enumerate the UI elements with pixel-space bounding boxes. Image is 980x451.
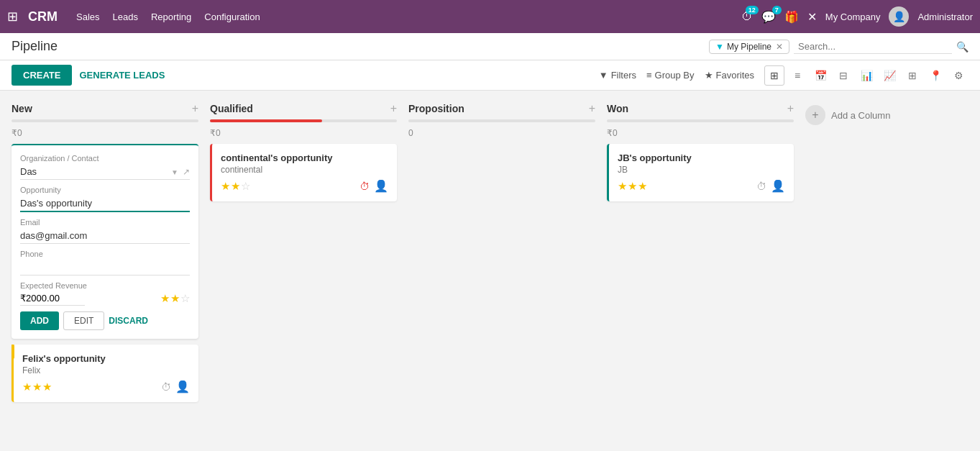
search-input[interactable]: [794, 40, 952, 54]
fold-indicator: [12, 345, 14, 359]
felix-avatar-icon[interactable]: 👤: [175, 380, 190, 393]
jb-avatar-icon[interactable]: 👤: [771, 179, 785, 193]
stars-selector[interactable]: ★ ★ ☆: [160, 292, 190, 305]
groupby-button[interactable]: ≡ Group By: [646, 70, 695, 81]
quick-create-form: Organization / Contact ▼ ↗ Opportunity E…: [12, 144, 198, 339]
close-icon[interactable]: ✕: [807, 10, 817, 24]
menu-sales[interactable]: Sales: [76, 12, 100, 22]
external-link-icon[interactable]: ↗: [183, 167, 190, 177]
column-won: Won + ₹0 JB's opportunity JB ★ ★ ★ ⏱ 👤: [607, 102, 794, 431]
col-add-won[interactable]: +: [787, 102, 794, 115]
email-input[interactable]: [20, 228, 190, 244]
col-add-proposition[interactable]: +: [589, 102, 595, 115]
company-name: My Company: [825, 12, 881, 22]
col-amount-proposition: 0: [408, 128, 595, 138]
bar-chart-icon[interactable]: 📊: [856, 65, 876, 86]
col-progress-proposition: [408, 119, 595, 122]
grid-view-icon[interactable]: ⊟: [833, 65, 853, 86]
star-3[interactable]: ☆: [180, 292, 190, 305]
create-button[interactable]: CREATE: [12, 65, 72, 86]
favorites-button[interactable]: ★ Favorites: [705, 70, 754, 81]
search-area: ▼ My Pipeline ✕ 🔍: [709, 40, 968, 54]
view-switcher: ⊞ ≡ 📅 ⊟ 📊 📈 ⊞ 📍 ⚙: [764, 65, 968, 86]
col-title-proposition: Proposition: [408, 103, 464, 114]
pivot-icon[interactable]: ⊞: [902, 65, 922, 86]
card-title-felix: Felix's opportunity: [22, 353, 190, 364]
add-button[interactable]: ADD: [20, 311, 59, 330]
phone-label: Phone: [20, 250, 190, 258]
filters-button[interactable]: ▼ Filters: [599, 70, 636, 81]
column-new: New + ₹0 Organization / Contact ▼ ↗ Oppo…: [12, 102, 198, 431]
gift-icon[interactable]: 🎁: [784, 10, 799, 24]
card-title-jb: JB's opportunity: [618, 152, 785, 163]
avatar[interactable]: 👤: [889, 6, 909, 27]
star-icon: ★: [705, 70, 713, 81]
clock-notification-icon[interactable]: ⏱ 12: [741, 10, 753, 23]
kanban-board: New + ₹0 Organization / Contact ▼ ↗ Oppo…: [0, 91, 980, 442]
username: Administrator: [917, 12, 973, 22]
filter-tag-close[interactable]: ✕: [776, 42, 783, 52]
add-column-button[interactable]: + Add a Column: [805, 105, 890, 125]
filter-tag-label: My Pipeline: [727, 42, 771, 52]
revenue-label: Expected Revenue: [20, 281, 190, 290]
apps-grid-icon[interactable]: ⊞: [7, 9, 18, 24]
org-field-wrap: ▼ ↗: [20, 164, 190, 180]
phone-input[interactable]: [20, 260, 190, 275]
email-label: Email: [20, 218, 190, 227]
star-2[interactable]: ★: [170, 292, 180, 305]
list-view-icon[interactable]: ≡: [787, 65, 807, 86]
line-chart-icon[interactable]: 📈: [879, 65, 899, 86]
revenue-input[interactable]: [20, 291, 85, 306]
generate-leads-button[interactable]: GENERATE LEADS: [79, 70, 165, 81]
star-1[interactable]: ★: [160, 292, 170, 305]
settings-icon[interactable]: ⚙: [948, 65, 968, 86]
search-icon[interactable]: 🔍: [956, 41, 968, 53]
cont-avatar-icon[interactable]: 👤: [374, 179, 388, 193]
calendar-view-icon[interactable]: 📅: [810, 65, 830, 86]
col-progress-fill-qualified: [210, 119, 322, 122]
col-header-won: Won +: [607, 102, 794, 115]
card-sub-continental: continental: [221, 165, 388, 175]
chat-icon[interactable]: 💬 7: [761, 10, 776, 24]
card-stars-felix: ★ ★ ★: [22, 381, 52, 393]
jb-clock-icon: ⏱: [756, 181, 766, 192]
action-bar: CREATE GENERATE LEADS ▼ Filters ≡ Group …: [0, 60, 980, 91]
felix-star-2: ★: [32, 381, 42, 393]
map-icon[interactable]: 📍: [925, 65, 945, 86]
active-filter-tag[interactable]: ▼ My Pipeline ✕: [709, 40, 789, 54]
card-felix[interactable]: Felix's opportunity Felix ★ ★ ★ ⏱ 👤: [12, 345, 198, 402]
opp-input[interactable]: [20, 196, 190, 212]
action-left: CREATE GENERATE LEADS: [12, 65, 165, 86]
add-col-circle: +: [805, 105, 825, 125]
menu-leads[interactable]: Leads: [113, 12, 138, 22]
card-jb[interactable]: JB's opportunity JB ★ ★ ★ ⏱ 👤: [607, 144, 794, 201]
jb-star-1: ★: [618, 180, 627, 193]
card-title-continental: continental's opportunity: [221, 152, 388, 163]
kanban-view-icon[interactable]: ⊞: [764, 65, 784, 86]
felix-clock-icon: ⏱: [161, 381, 171, 393]
col-title-new: New: [12, 103, 32, 114]
clock-badge: 12: [746, 6, 759, 14]
add-col-label: Add a Column: [831, 110, 890, 121]
menu-reporting[interactable]: Reporting: [151, 12, 191, 22]
cont-star-3: ☆: [241, 180, 250, 193]
col-add-qualified[interactable]: +: [390, 102, 397, 115]
cont-star-1: ★: [221, 180, 230, 193]
edit-button[interactable]: EDIT: [63, 311, 104, 330]
col-title-won: Won: [607, 103, 628, 114]
felix-star-1: ★: [22, 381, 32, 393]
col-title-qualified: Qualified: [210, 103, 253, 114]
discard-button[interactable]: DISCARD: [109, 311, 148, 330]
card-continental[interactable]: continental's opportunity continental ★ …: [210, 144, 397, 201]
col-header-proposition: Proposition +: [408, 102, 595, 115]
page-title: Pipeline: [12, 39, 58, 54]
funnel-icon: ▼: [715, 42, 724, 52]
action-right: ▼ Filters ≡ Group By ★ Favorites ⊞ ≡ 📅 ⊟…: [599, 65, 968, 86]
card-footer-felix: ★ ★ ★ ⏱ 👤: [22, 380, 190, 393]
menu-configuration[interactable]: Configuration: [204, 12, 260, 22]
cont-card-icons: ⏱ 👤: [360, 179, 388, 193]
felix-star-3: ★: [42, 381, 52, 393]
favorites-label: Favorites: [716, 70, 754, 81]
col-add-new[interactable]: +: [192, 102, 198, 115]
org-input[interactable]: [20, 164, 190, 180]
